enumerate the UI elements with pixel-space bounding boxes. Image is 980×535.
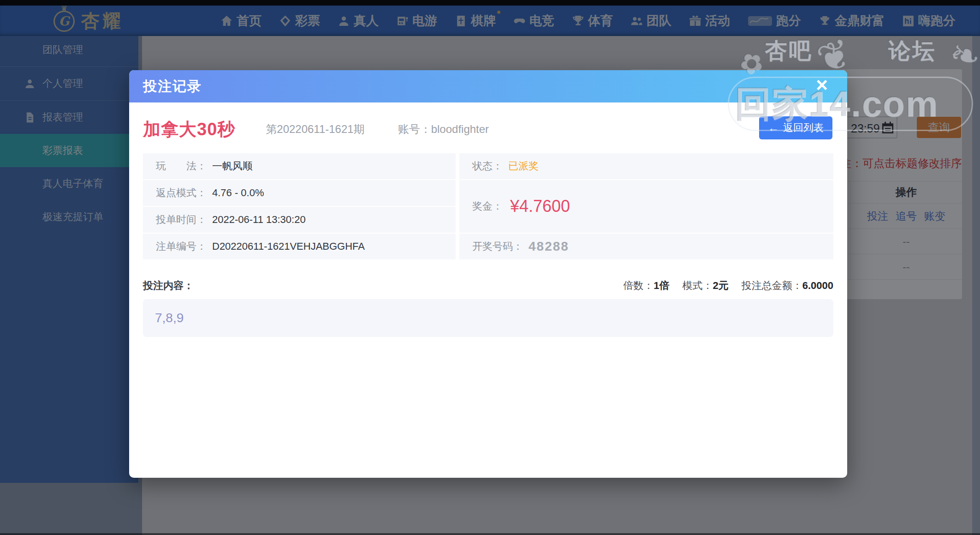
- play-method-cell: 玩 法： 一帆风顺: [143, 153, 456, 179]
- bet-content-box: 7,8,9: [143, 299, 833, 337]
- arrow-left-icon: ←: [768, 123, 779, 133]
- modal-body: 加拿大30秒 第20220611-1621期 账号：bloodfighter ←…: [129, 116, 847, 337]
- draw-number: 48288: [529, 239, 569, 254]
- record-title-row: 加拿大30秒 第20220611-1621期 账号：bloodfighter ←…: [143, 116, 833, 142]
- draw-number-cell: 开奖号码： 48288: [459, 234, 833, 259]
- modal-title: 投注记录: [143, 77, 202, 96]
- rebate-mode-cell: 返点模式： 4.76 - 0.0%: [143, 180, 456, 206]
- account: 账号：bloodfighter: [398, 122, 489, 137]
- bet-record-modal: 投注记录 × 加拿大30秒 第20220611-1621期 账号：bloodfi…: [129, 70, 847, 478]
- prize-amount: ¥4.7600: [510, 197, 570, 216]
- back-to-list-button[interactable]: ← 返回列表: [759, 116, 832, 139]
- order-number-cell: 注单编号： D20220611-1621VEHJABGGHFA: [143, 234, 456, 259]
- bet-time-cell: 投单时间： 2022-06-11 13:30:20: [143, 207, 456, 233]
- game-name: 加拿大30秒: [143, 118, 235, 141]
- mode-metric: 模式：2元: [682, 279, 728, 293]
- prize-cell: 奖金： ¥4.7600: [459, 180, 833, 233]
- issue-number: 第20220611-1621期: [266, 122, 364, 137]
- bet-metrics: 倍数：1倍 模式：2元 投注总金额：6.0000: [623, 279, 833, 293]
- modal-header: 投注记录 ×: [129, 70, 847, 102]
- status-badge: 已派奖: [508, 159, 539, 173]
- bet-content-row: 投注内容： 倍数：1倍 模式：2元 投注总金额：6.0000: [143, 279, 833, 293]
- multiple-metric: 倍数：1倍: [623, 279, 669, 293]
- total-amount-metric: 投注总金额：6.0000: [742, 279, 833, 293]
- bet-content-label: 投注内容：: [143, 279, 194, 293]
- bet-numbers: 7,8,9: [155, 311, 184, 325]
- status-cell: 状态： 已派奖: [459, 153, 833, 179]
- close-icon[interactable]: ×: [816, 75, 828, 95]
- detail-table: 玩 法： 一帆风顺 状态： 已派奖 返点模式： 4.76 - 0.0% 奖金： …: [143, 153, 833, 259]
- page: ♛ G 杏耀 首页 彩票 真人 电游: [0, 0, 980, 535]
- account-value: bloodfighter: [431, 123, 489, 135]
